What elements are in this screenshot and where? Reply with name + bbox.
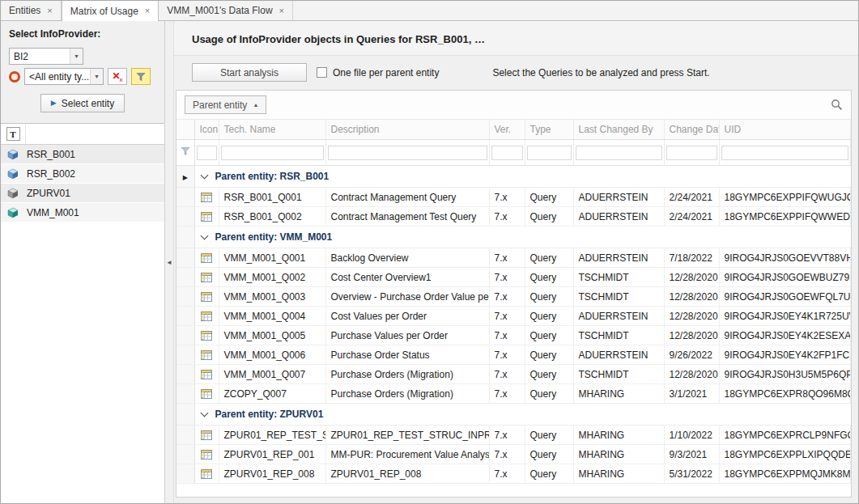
column-header-type[interactable]: Type — [525, 120, 573, 140]
filter-button[interactable] — [131, 68, 151, 85]
group-by-chip-parent-entity[interactable]: Parent entity ▲ — [185, 95, 266, 114]
cell-change-date[interactable]: 12/28/2020 — [664, 326, 719, 345]
cell-ver[interactable]: 7.x — [489, 207, 525, 227]
chevron-down-icon[interactable] — [200, 232, 208, 240]
column-header-icon[interactable]: Icon — [194, 120, 219, 140]
filter-cell-uid[interactable] — [719, 140, 851, 166]
cell-change-date[interactable]: 9/26/2022 — [664, 345, 719, 365]
tab-close-icon[interactable]: × — [279, 6, 284, 15]
cell-last-changed-by[interactable]: ADUERRSTEIN — [573, 207, 664, 227]
cell-ver[interactable]: 7.x — [489, 307, 525, 326]
tab-entities[interactable]: Entities× — [1, 1, 62, 20]
grid-row-zpurv01-rep-008[interactable]: ZPURV01_REP_008ZPURV01_REP_0087.xQueryMH… — [176, 464, 851, 484]
filter-input-type[interactable] — [527, 146, 572, 160]
cell-tech-name[interactable]: VMM_M001_Q001 — [219, 248, 325, 268]
cell-last-changed-by[interactable]: MHARING — [573, 464, 664, 484]
clear-filter-button[interactable]: ✕x — [108, 68, 127, 85]
search-icon[interactable] — [831, 99, 843, 111]
tab-close-icon[interactable]: × — [145, 6, 150, 15]
column-header-ver[interactable]: Ver. — [489, 120, 525, 140]
cell-ver[interactable]: 7.x — [489, 464, 525, 484]
cell-last-changed-by[interactable]: MHARING — [573, 384, 664, 404]
cell-description[interactable]: Overview - Purchase Order Value per … — [325, 287, 489, 307]
grid-row-rsr-b001-q002[interactable]: RSR_B001_Q002Contract Management Test Qu… — [176, 207, 851, 227]
cell-ver[interactable]: 7.x — [489, 188, 525, 207]
cell-uid[interactable]: 9IROG4JRJS0EY4K2ESEXAAHNV — [719, 326, 851, 345]
cell-last-changed-by[interactable]: TSCHMIDT — [573, 326, 664, 345]
filter-cell-tech_name[interactable] — [219, 140, 325, 166]
cell-ver[interactable]: 7.x — [489, 384, 525, 404]
cell-description[interactable]: Backlog Overview — [325, 248, 489, 268]
cell-change-date[interactable]: 12/28/2020 — [664, 287, 719, 307]
collapse-panel-icon[interactable]: ◄ — [166, 259, 172, 266]
filter-cell-change_date[interactable] — [664, 140, 719, 166]
cell-last-changed-by[interactable]: ADUERRSTEIN — [573, 307, 664, 326]
cell-ver[interactable]: 7.x — [489, 268, 525, 287]
cell-last-changed-by[interactable]: ADUERRSTEIN — [573, 248, 664, 268]
filter-input-uid[interactable] — [721, 146, 849, 160]
cell-ver[interactable]: 7.x — [489, 445, 525, 464]
cell-last-changed-by[interactable]: MHARING — [573, 445, 664, 464]
cell-description[interactable]: Purchase Values per Order — [325, 326, 489, 345]
cell-last-changed-by[interactable]: TSCHMIDT — [573, 268, 664, 287]
grid-row-zpur01-rep-test-st[interactable]: ZPUR01_REP_TEST_ST…ZPUR01_REP_TEST_STRUC… — [176, 426, 851, 445]
cell-tech-name[interactable]: VMM_M001_Q002 — [219, 268, 325, 287]
grid-row-vmm-m001-q003[interactable]: VMM_M001_Q003Overview - Purchase Order V… — [176, 287, 851, 307]
cell-tech-name[interactable]: ZPURV01_REP_008 — [219, 464, 325, 484]
cell-description[interactable]: Purchase Orders (Migration) — [325, 365, 489, 384]
cell-type[interactable]: Query — [525, 307, 573, 326]
cell-type[interactable]: Query — [525, 365, 573, 384]
cell-type[interactable]: Query — [525, 188, 573, 207]
cell-uid[interactable]: 9IROG4JRJS0EY4K1R725UVD1S — [719, 307, 851, 326]
filter-input-description[interactable] — [328, 146, 487, 160]
cell-type[interactable]: Query — [525, 268, 573, 287]
cell-type[interactable]: Query — [525, 207, 573, 227]
grid-row-vmm-m001-q006[interactable]: VMM_M001_Q006Purchase Order Status7.xQue… — [176, 345, 851, 365]
cell-change-date[interactable]: 9/3/2021 — [664, 445, 719, 464]
cell-uid[interactable]: 9IROG4JRJS0GOEVVT88VHQR… — [719, 248, 851, 268]
cell-change-date[interactable]: 12/28/2020 — [664, 268, 719, 287]
grid-row-rsr-b001-q001[interactable]: RSR_B001_Q001Contract Management Query7.… — [176, 188, 851, 207]
cell-description[interactable]: Purchase Order Status — [325, 345, 489, 365]
name-column-header[interactable] — [26, 124, 164, 144]
cell-type[interactable]: Query — [525, 345, 573, 365]
filter-cell-last_changed_by[interactable] — [573, 140, 664, 166]
panel-splitter[interactable]: ◄ — [165, 21, 174, 503]
filter-input-icon[interactable] — [197, 146, 217, 160]
cell-type[interactable]: Query — [525, 384, 573, 404]
filter-cell-ver[interactable] — [489, 140, 525, 166]
cell-tech-name[interactable]: ZPURV01_REP_001 — [219, 445, 325, 464]
cell-type[interactable]: Query — [525, 464, 573, 484]
column-header-uid[interactable]: UID — [719, 120, 851, 140]
column-header-tech-name[interactable]: Tech. Name — [219, 120, 325, 140]
infoprovider-item-rsr-b002[interactable]: RSR_B002 — [1, 164, 164, 184]
cell-description[interactable]: MM-PUR: Procurement Value Analysis — [325, 445, 489, 464]
filter-input-change_date[interactable] — [666, 146, 717, 160]
entity-type-dropdown[interactable]: <All entity ty... ▼ — [24, 68, 104, 85]
chevron-down-icon[interactable]: ▼ — [90, 69, 103, 84]
grid-row-zpurv01-rep-001[interactable]: ZPURV01_REP_001MM-PUR: Procurement Value… — [176, 445, 851, 464]
cell-tech-name[interactable]: VMM_M001_Q006 — [219, 345, 325, 365]
cell-last-changed-by[interactable]: TSCHMIDT — [573, 365, 664, 384]
grid-row-vmm-m001-q004[interactable]: VMM_M001_Q004Cost Values per Order7.xQue… — [176, 307, 851, 326]
cell-change-date[interactable]: 3/1/2021 — [664, 384, 719, 404]
cell-change-date[interactable]: 2/24/2021 — [664, 188, 719, 207]
cell-ver[interactable]: 7.x — [489, 287, 525, 307]
cell-uid[interactable]: 18GYMPC6EXPPLXIPQQDEWTI… — [719, 445, 851, 464]
cell-uid[interactable]: 9IROG4JRJS0GOEWBUZ79ME… — [719, 268, 851, 287]
cell-change-date[interactable]: 12/28/2020 — [664, 307, 719, 326]
cell-uid[interactable]: 18GYMPC6EXPPMQJMK8MDQJ… — [719, 464, 851, 484]
tab-vmm-m001-s-data-flow[interactable]: VMM_M001's Data Flow× — [159, 1, 293, 20]
cell-tech-name[interactable]: VMM_M001_Q005 — [219, 326, 325, 345]
cell-change-date[interactable]: 5/31/2022 — [664, 464, 719, 484]
cell-ver[interactable]: 7.x — [489, 345, 525, 365]
cell-ver[interactable]: 7.x — [489, 426, 525, 445]
group-by-panel[interactable]: Parent entity ▲ — [176, 91, 851, 120]
column-header-last-changed-by[interactable]: Last Changed By — [573, 120, 664, 140]
cell-change-date[interactable]: 7/18/2022 — [664, 248, 719, 268]
cell-change-date[interactable]: 2/24/2021 — [664, 207, 719, 227]
group-row-parent-entity-zpurv01[interactable]: Parent entity: ZPURV01 — [176, 404, 851, 426]
filter-cell-type[interactable] — [525, 140, 573, 166]
cell-description[interactable]: Cost Values per Order — [325, 307, 489, 326]
column-header-description[interactable]: Description — [325, 120, 489, 140]
